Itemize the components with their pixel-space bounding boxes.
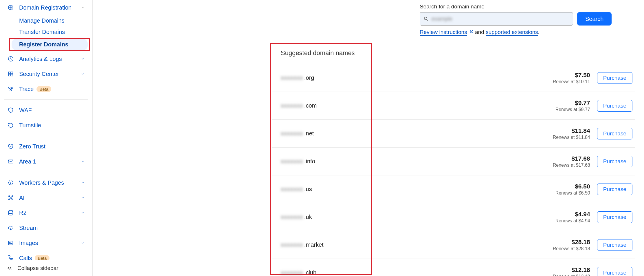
svg-rect-3 bbox=[11, 72, 13, 74]
renews-text: Renews at $12.18 bbox=[553, 274, 590, 276]
review-instructions-link[interactable]: Review instructions bbox=[420, 29, 467, 36]
purchase-button[interactable]: Purchase bbox=[597, 72, 632, 84]
domain-name: xxxxxxx.club bbox=[281, 269, 316, 276]
purchase-button[interactable]: Purchase bbox=[597, 239, 632, 251]
purchase-button[interactable]: Purchase bbox=[597, 211, 632, 223]
collapse-sidebar-button[interactable]: Collapse sidebar bbox=[0, 260, 92, 276]
search-button[interactable]: Search bbox=[577, 12, 612, 26]
purchase-button[interactable]: Purchase bbox=[597, 267, 632, 276]
search-input-wrap[interactable] bbox=[420, 12, 573, 26]
price: $9.77 bbox=[555, 99, 590, 106]
sidebar-item-r2[interactable]: R2 bbox=[0, 205, 92, 220]
sidebar-item-waf[interactable]: WAF bbox=[0, 103, 92, 118]
svg-point-18 bbox=[424, 17, 427, 20]
search-icon bbox=[423, 16, 429, 21]
svg-rect-5 bbox=[11, 74, 13, 76]
turnstile-icon bbox=[8, 122, 14, 128]
search-instructions: Review instructions and supported extens… bbox=[420, 29, 612, 35]
price: $17.68 bbox=[553, 155, 590, 162]
suggested-title: Suggested domain names bbox=[272, 43, 635, 64]
domain-name: xxxxxxx.org bbox=[281, 75, 314, 81]
beta-badge: Beta bbox=[35, 255, 49, 260]
ai-icon bbox=[8, 195, 14, 201]
sidebar-item-zero-trust[interactable]: Zero Trust bbox=[0, 139, 92, 154]
images-icon bbox=[8, 240, 14, 246]
price: $12.18 bbox=[553, 266, 590, 273]
collapse-label: Collapse sidebar bbox=[17, 265, 58, 271]
purchase-button[interactable]: Purchase bbox=[597, 184, 632, 195]
sidebar-item-images[interactable]: Images bbox=[0, 235, 92, 250]
sidebar-subitem-register-domains[interactable]: Register Domains bbox=[12, 39, 88, 50]
purchase-button[interactable]: Purchase bbox=[597, 128, 632, 139]
collapse-icon bbox=[6, 265, 13, 271]
sidebar-item-turnstile[interactable]: Turnstile bbox=[0, 118, 92, 133]
sidebar-item-area1[interactable]: Area 1 bbox=[0, 154, 92, 169]
chevron-down-icon bbox=[81, 211, 85, 215]
chevron-down-icon bbox=[81, 241, 85, 245]
price-column: $11.84 Renews at $11.84 bbox=[553, 127, 597, 140]
domain-row: xxxxxxx.us $6.50 Renews at $6.50 Purchas… bbox=[272, 175, 635, 203]
sidebar-subitem-transfer-domains[interactable]: Transfer Domains bbox=[0, 26, 92, 38]
price-column: $9.77 Renews at $9.77 bbox=[555, 99, 597, 112]
chevron-down-icon bbox=[81, 72, 85, 76]
svg-point-15 bbox=[9, 210, 13, 212]
sidebar-label: Workers & Pages bbox=[19, 179, 64, 186]
waf-icon bbox=[8, 107, 14, 113]
svg-rect-9 bbox=[8, 160, 13, 163]
sidebar-item-stream[interactable]: Stream bbox=[0, 220, 92, 235]
domain-name: xxxxxxx.us bbox=[281, 186, 312, 193]
svg-rect-16 bbox=[9, 241, 13, 245]
purchase-button[interactable]: Purchase bbox=[597, 156, 632, 167]
sidebar-label: Domain Registration bbox=[19, 4, 71, 11]
search-input[interactable] bbox=[432, 16, 569, 22]
sidebar-label: Analytics & Logs bbox=[19, 56, 62, 62]
divider bbox=[4, 136, 88, 136]
price-column: $7.50 Renews at $10.11 bbox=[553, 72, 597, 84]
chevron-down-icon bbox=[81, 57, 85, 61]
sidebar-item-workers[interactable]: Workers & Pages bbox=[0, 175, 92, 190]
sidebar-item-ai[interactable]: AI bbox=[0, 190, 92, 205]
globe-icon bbox=[8, 4, 14, 11]
sidebar-label: Security Center bbox=[19, 71, 59, 77]
price: $28.18 bbox=[553, 239, 590, 246]
price-column: $6.50 Renews at $6.50 bbox=[555, 183, 597, 196]
sidebar-label: Images bbox=[19, 240, 38, 246]
renews-text: Renews at $9.77 bbox=[555, 107, 590, 112]
sidebar-subitem-manage-domains[interactable]: Manage Domains bbox=[0, 15, 92, 26]
sidebar: Domain Registration Manage Domains Trans… bbox=[0, 0, 93, 276]
domain-name: xxxxxxx.info bbox=[281, 158, 315, 165]
domain-search-block: Search for a domain name Search Review i… bbox=[420, 3, 612, 35]
renews-text: Renews at $11.84 bbox=[553, 135, 590, 140]
sidebar-label: AI bbox=[19, 195, 25, 201]
workers-icon bbox=[8, 179, 14, 186]
sidebar-label: Area 1 bbox=[19, 158, 36, 165]
suggested-domain-names: Suggested domain names xxxxxxx.org $7.50… bbox=[272, 43, 635, 276]
email-icon bbox=[8, 158, 14, 165]
domain-name: xxxxxxx.market bbox=[281, 242, 324, 248]
cloud-icon bbox=[8, 225, 14, 231]
sidebar-item-calls[interactable]: Calls Beta bbox=[0, 250, 92, 260]
analytics-icon bbox=[8, 56, 14, 62]
sidebar-item-analytics[interactable]: Analytics & Logs bbox=[0, 51, 92, 66]
purchase-button[interactable]: Purchase bbox=[597, 100, 632, 112]
divider bbox=[4, 172, 88, 172]
chevron-down-icon bbox=[81, 196, 85, 200]
trace-icon bbox=[8, 86, 14, 92]
domain-row: xxxxxxx.info $17.68 Renews at $17.68 Pur… bbox=[272, 147, 635, 175]
supported-extensions-link[interactable]: supported extensions bbox=[486, 29, 538, 36]
external-link-icon bbox=[469, 30, 474, 34]
price: $7.50 bbox=[553, 72, 590, 79]
zero-trust-icon bbox=[8, 143, 14, 150]
svg-rect-4 bbox=[9, 74, 10, 76]
domain-row: xxxxxxx.net $11.84 Renews at $11.84 Purc… bbox=[272, 119, 635, 147]
renews-text: Renews at $28.18 bbox=[553, 246, 590, 251]
sidebar-item-domain-registration[interactable]: Domain Registration bbox=[0, 0, 92, 15]
sidebar-item-trace[interactable]: Trace Beta bbox=[0, 81, 92, 97]
beta-badge: Beta bbox=[36, 86, 51, 92]
sidebar-item-security-center[interactable]: Security Center bbox=[0, 66, 92, 81]
renews-text: Renews at $10.11 bbox=[553, 79, 590, 84]
price-column: $12.18 Renews at $12.18 bbox=[553, 266, 597, 276]
domain-name: xxxxxxx.com bbox=[281, 102, 317, 109]
search-label: Search for a domain name bbox=[420, 3, 612, 10]
svg-point-8 bbox=[10, 90, 12, 91]
